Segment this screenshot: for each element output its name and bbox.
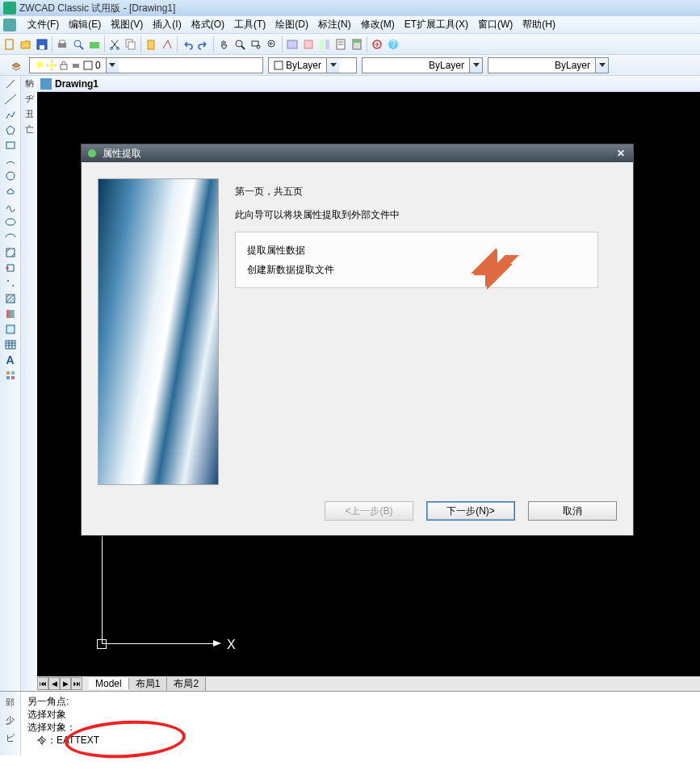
pan-icon[interactable] <box>217 38 230 51</box>
props-icon[interactable] <box>286 38 299 51</box>
hatch-icon[interactable] <box>4 292 17 305</box>
zoom-icon[interactable] <box>233 38 246 51</box>
svg-rect-21 <box>325 40 329 49</box>
layout-tab-2[interactable]: 布局2 <box>167 677 206 691</box>
svg-point-32 <box>36 61 43 68</box>
line-icon[interactable] <box>4 77 17 90</box>
svg-rect-7 <box>90 42 99 48</box>
menu-dimension[interactable]: 标注(N) <box>313 16 356 33</box>
menu-format[interactable]: 格式(O) <box>187 16 229 33</box>
window-title: ZWCAD Classic 试用版 - [Drawing1] <box>19 2 175 15</box>
point-icon[interactable] <box>4 277 17 290</box>
copy-icon[interactable] <box>124 38 137 51</box>
menu-et-ext[interactable]: ET扩展工具(X) <box>400 16 473 33</box>
open-file-icon[interactable] <box>19 38 32 51</box>
linetype-selector[interactable]: ByLayer <box>362 57 483 73</box>
ucs-indicator: Y X <box>86 523 215 652</box>
match-icon[interactable] <box>161 38 174 51</box>
dialog-page-indicator: 第一页，共五页 <box>235 185 617 199</box>
calculator-icon[interactable] <box>350 38 363 51</box>
dialog-next-button[interactable]: 下一步(N)> <box>426 501 515 521</box>
layer-selector[interactable]: 0 <box>29 57 263 73</box>
app-menu-icon[interactable] <box>3 19 16 31</box>
make-block-icon[interactable] <box>4 262 17 274</box>
gradient-icon[interactable] <box>4 308 17 320</box>
polyline-icon[interactable] <box>4 108 17 121</box>
polygon-icon[interactable] <box>4 123 17 136</box>
redo-icon[interactable] <box>197 38 210 51</box>
cut-icon[interactable] <box>108 38 121 51</box>
ellipse-icon[interactable] <box>4 216 17 228</box>
draw-toolbar: A <box>0 76 21 691</box>
preview-icon[interactable] <box>72 38 85 51</box>
help-icon[interactable]: ? <box>387 38 400 51</box>
char-icon-2[interactable]: ヂ <box>23 93 36 106</box>
menu-tools[interactable]: 工具(T) <box>229 16 270 33</box>
svg-rect-65 <box>11 376 15 379</box>
svg-point-53 <box>12 285 14 287</box>
zoom-window-icon[interactable] <box>249 38 262 51</box>
menu-help[interactable]: 帮助(H) <box>518 16 560 33</box>
region-icon[interactable] <box>4 323 17 336</box>
cmd-char-1[interactable]: 郢 <box>4 697 17 709</box>
menu-insert[interactable]: 插入(I) <box>148 16 186 33</box>
more-tools-icon[interactable] <box>4 369 17 382</box>
zoom-prev-icon[interactable] <box>266 38 279 51</box>
insert-block-icon[interactable] <box>4 246 17 259</box>
new-file-icon[interactable] <box>3 38 16 51</box>
menu-bar: 文件(F) 编辑(E) 视图(V) 插入(I) 格式(O) 工具(T) 绘图(D… <box>0 16 700 34</box>
cmd-char-2[interactable]: 少 <box>4 714 17 727</box>
layout-tab-model[interactable]: Model <box>89 678 129 689</box>
svg-rect-26 <box>354 40 360 43</box>
print-icon[interactable] <box>56 38 69 51</box>
spline-icon[interactable] <box>4 200 17 213</box>
rectangle-icon[interactable] <box>4 139 17 152</box>
linetype-value: ByLayer <box>363 60 469 71</box>
doc-icon <box>40 78 52 90</box>
menu-modify[interactable]: 修改(M) <box>356 16 400 33</box>
dialog-cancel-button[interactable]: 取消 <box>528 501 617 521</box>
layout-nav[interactable]: ⏮◀▶⏭ <box>37 677 82 690</box>
cmd-char-3[interactable]: ピ <box>4 732 17 745</box>
svg-rect-38 <box>61 65 67 69</box>
menu-edit[interactable]: 编辑(E) <box>64 16 106 33</box>
ellipse-arc-icon[interactable] <box>4 231 17 244</box>
layout-tab-1[interactable]: 布局1 <box>129 677 168 691</box>
publish-icon[interactable] <box>88 38 101 51</box>
table-icon[interactable] <box>4 338 17 351</box>
color-selector[interactable]: ByLayer <box>268 57 357 73</box>
doc-tab-label[interactable]: Drawing1 <box>55 78 99 90</box>
lineweight-selector[interactable]: ByLayer <box>488 57 609 73</box>
window-title-bar: ZWCAD Classic 试用版 - [Drawing1] <box>0 0 700 16</box>
design-center-icon[interactable] <box>302 38 315 51</box>
svg-marker-44 <box>6 126 15 134</box>
zoom-all-icon[interactable] <box>371 38 384 51</box>
svg-line-14 <box>241 46 245 49</box>
svg-rect-56 <box>6 325 15 333</box>
char-icon-1[interactable]: 豽 <box>23 77 36 90</box>
command-log[interactable]: 另一角点: 选择对象 选择对象： 令：EATTEXT <box>21 692 700 755</box>
dialog-title-bar[interactable]: 属性提取 ✕ <box>82 144 633 162</box>
svg-rect-41 <box>275 61 283 69</box>
clipboard-icon[interactable] <box>145 38 157 51</box>
menu-file[interactable]: 文件(F) <box>23 16 64 33</box>
mtext-icon[interactable]: A <box>4 354 17 366</box>
save-icon[interactable] <box>36 38 48 51</box>
circle-icon[interactable] <box>4 169 17 182</box>
menu-view[interactable]: 视图(V) <box>106 16 148 33</box>
dialog-close-button[interactable]: ✕ <box>617 148 628 159</box>
tool-palette-icon[interactable] <box>318 38 331 51</box>
char-icon-3[interactable]: 丑 <box>23 108 36 121</box>
char-icon-4[interactable]: 亡 <box>23 123 36 136</box>
construction-line-icon[interactable] <box>4 93 17 106</box>
menu-window[interactable]: 窗口(W) <box>473 16 518 33</box>
layer-props-icon[interactable] <box>10 59 23 72</box>
menu-draw[interactable]: 绘图(D) <box>270 16 313 33</box>
sheet-set-icon[interactable] <box>334 38 347 51</box>
svg-rect-57 <box>6 341 15 349</box>
revcloud-icon[interactable] <box>4 185 17 198</box>
arc-icon[interactable] <box>4 154 17 167</box>
cmd-line: 令：EATTEXT <box>27 734 694 747</box>
lineweight-value: ByLayer <box>488 60 595 71</box>
undo-icon[interactable] <box>181 38 194 51</box>
